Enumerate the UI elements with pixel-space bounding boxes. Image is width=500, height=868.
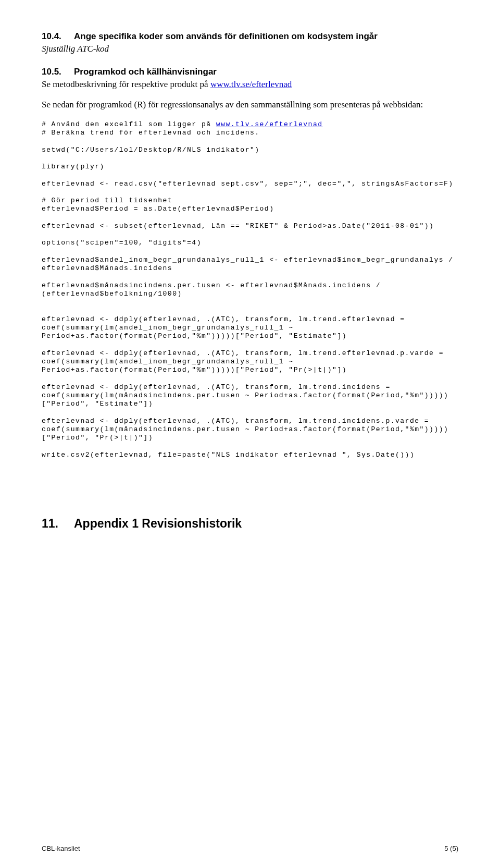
section-number: 11. <box>42 517 74 531</box>
document-page: 10.4.Ange specifika koder som används fö… <box>0 0 500 868</box>
body-line: Se metodbeskrivning för respektive produ… <box>42 79 458 90</box>
code-line: # Gör period till tidsenhet <box>42 197 172 204</box>
code-line: efterlevnad <- ddply(efterlevnad, .(ATC)… <box>42 349 448 374</box>
code-line: efterlevnad$Period = as.Date(efterlevnad… <box>42 205 274 213</box>
heading-10-4: 10.4.Ange specifika koder som används fö… <box>42 31 458 42</box>
heading-10-5: 10.5.Programkod och källhänvisningar <box>42 67 458 77</box>
code-line: efterlevnad$andel_inom_begr_grundanalys_… <box>42 256 458 272</box>
code-line: efterlevnad <- ddply(efterlevnad, .(ATC)… <box>42 383 448 408</box>
body-line: Se nedan för programkod (R) för regressi… <box>42 99 458 111</box>
text-fragment: Se metodbeskrivning för respektive produ… <box>42 79 210 89</box>
footer-left: CBL-kansliet <box>42 845 80 852</box>
section-title: Ange specifika koder som används för def… <box>74 31 378 41</box>
code-line: efterlevnad <- read.csv("efterlevnad sep… <box>42 180 454 188</box>
code-line: # Använd den excelfil som ligger på www.… <box>42 120 323 128</box>
code-line: library(plyr) <box>42 163 105 170</box>
code-line: # Beräkna trend för efterlevnad och inci… <box>42 129 260 137</box>
section-number: 10.4. <box>42 31 74 42</box>
code-line: write.csv2(efterlevnad, file=paste("NLS … <box>42 451 415 459</box>
section-title: Appendix 1 Revisionshistorik <box>74 517 242 530</box>
link-efterlevnad[interactable]: www.tlv.se/efterlevnad <box>210 79 292 89</box>
code-line: options("scipen"=100, "digits"=4) <box>42 239 202 247</box>
link-efterlevnad-code[interactable]: www.tlv.se/efterlevnad <box>216 120 323 128</box>
code-line: setwd("C:/Users/lol/Desktop/R/NLS indika… <box>42 146 260 154</box>
page-footer: CBL-kansliet 5 (5) <box>42 845 458 852</box>
section-number: 10.5. <box>42 67 74 77</box>
heading-11: 11.Appendix 1 Revisionshistorik <box>42 517 458 531</box>
section-title: Programkod och källhänvisningar <box>74 67 217 77</box>
code-line: efterlevnad <- ddply(efterlevnad, .(ATC)… <box>42 315 410 340</box>
code-block: # Använd den excelfil som ligger på www.… <box>42 120 458 459</box>
code-line: efterlevnad <- subset(efterlevnad, Län =… <box>42 222 434 230</box>
code-line: efterlevnad <- ddply(efterlevnad, .(ATC)… <box>42 417 448 442</box>
code-line: efterlevnad$månadsincindens.per.tusen <-… <box>42 282 385 298</box>
body-italic-10-4: Sjuställig ATC-kod <box>42 44 458 54</box>
footer-right: 5 (5) <box>444 845 458 852</box>
